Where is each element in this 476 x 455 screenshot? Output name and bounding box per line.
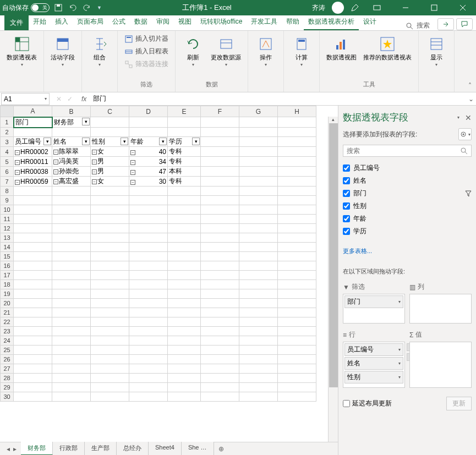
col-header-G[interactable]: G [239,106,278,117]
cell-C19[interactable] [91,289,129,299]
cell-H8[interactable] [278,187,316,196]
cell-H4[interactable] [278,147,316,157]
row-header-22[interactable]: 22 [1,317,14,327]
row-header-12[interactable]: 12 [1,224,14,233]
cell-F1[interactable] [201,117,239,128]
cell-E4[interactable]: 专科 [168,147,201,157]
cell-E14[interactable] [168,243,201,252]
sheet-nav-prev-icon[interactable]: ◂ [7,445,10,453]
cell-E7[interactable]: 专科 [168,177,201,187]
cell-C4[interactable]: −女 [91,147,129,157]
cell-A24[interactable] [14,336,52,346]
cell-G28[interactable] [239,374,278,383]
row-header-28[interactable]: 28 [1,374,14,383]
cell-C11[interactable] [91,215,129,224]
show-button[interactable]: 显示▾ [423,33,450,69]
enter-icon[interactable]: ✓ [67,95,73,103]
cell-D10[interactable] [129,205,168,215]
field-item-学历[interactable]: 学历 [343,227,472,236]
recommended-pivot-button[interactable]: 推荐的数据透视表 [361,33,414,63]
cell-B18[interactable] [52,280,91,289]
save-icon[interactable] [54,3,63,12]
row-header-21[interactable]: 21 [1,308,14,317]
row-header-4[interactable]: 4 [1,147,14,157]
cell-F16[interactable] [201,261,239,271]
cell-D23[interactable] [129,327,168,336]
field-dropdown-icon[interactable]: ▾ [192,138,200,145]
pivot-table-button[interactable]: 数据透视表▾ [4,33,39,69]
cell-F8[interactable] [201,187,239,196]
cell-G18[interactable] [239,280,278,289]
group-button[interactable]: 组合▾ [86,33,113,69]
cell-B24[interactable] [52,336,91,346]
cell-H26[interactable] [278,355,316,364]
active-field-button[interactable]: 活动字段▾ [48,33,77,69]
cell-A1[interactable]: 部门 [14,117,52,128]
col-header-F[interactable]: F [201,106,239,117]
cell-B19[interactable] [52,289,91,299]
cell-B12[interactable] [52,224,91,233]
cell-E22[interactable] [168,317,201,327]
cell-D15[interactable] [129,252,168,261]
col-header-A[interactable]: A [14,106,52,117]
cell-D21[interactable] [129,308,168,317]
cell-C18[interactable] [91,280,129,289]
cell-F21[interactable] [201,308,239,317]
calc-button[interactable]: 计算▾ [288,33,315,69]
fx-icon[interactable]: fx [78,95,90,103]
cell-H16[interactable] [278,261,316,271]
cell-D29[interactable] [129,383,168,392]
field-dropdown-icon[interactable]: ▾ [159,138,167,145]
cell-E30[interactable] [168,392,201,402]
cell-B2[interactable] [52,128,91,137]
cell-H15[interactable] [278,252,316,261]
avatar[interactable] [332,2,344,14]
cell-B6[interactable]: −孙崇尧 [52,167,91,177]
area-filter-body[interactable]: 部门▾ [343,294,405,324]
cell-B25[interactable] [52,346,91,355]
cell-G5[interactable] [239,157,278,167]
cell-H6[interactable] [278,167,316,177]
cell-D30[interactable] [129,392,168,402]
cell-A7[interactable]: −HR00059 [14,177,52,187]
cell-F9[interactable] [201,196,239,205]
tab-file[interactable]: 文件 [4,15,29,30]
cell-E13[interactable] [168,233,201,243]
cell-G26[interactable] [239,355,278,364]
cell-G3[interactable] [239,137,278,147]
row-header-23[interactable]: 23 [1,327,14,336]
cell-D2[interactable] [129,128,168,137]
cell-C7[interactable]: −女 [91,177,129,187]
cell-F2[interactable] [201,128,239,137]
cell-F6[interactable] [201,167,239,177]
cell-B5[interactable]: −冯美英 [52,157,91,167]
cell-A19[interactable] [14,289,52,299]
cell-D3[interactable]: 年龄▾ [129,137,168,147]
row-header-29[interactable]: 29 [1,383,14,392]
tab-数据[interactable]: 数据 [130,14,152,30]
cell-C6[interactable]: −男 [91,167,129,177]
row-header-18[interactable]: 18 [1,280,14,289]
cell-F11[interactable] [201,215,239,224]
tab-审阅[interactable]: 审阅 [152,14,174,30]
cell-A14[interactable] [14,243,52,252]
cell-B22[interactable] [52,317,91,327]
field-search-input[interactable] [347,147,460,155]
cell-H21[interactable] [278,308,316,317]
cell-B8[interactable] [52,187,91,196]
row-header-26[interactable]: 26 [1,355,14,364]
cell-C16[interactable] [91,261,129,271]
cell-G20[interactable] [239,299,278,308]
cancel-icon[interactable]: ✕ [56,95,62,103]
tab-开发工具[interactable]: 开发工具 [247,14,282,30]
cell-F19[interactable] [201,289,239,299]
tab-插入[interactable]: 插入 [51,14,73,30]
cell-C20[interactable] [91,299,129,308]
cell-D25[interactable] [129,346,168,355]
cell-C10[interactable] [91,205,129,215]
cell-E1[interactable] [168,117,201,128]
cell-A18[interactable] [14,280,52,289]
row-header-11[interactable]: 11 [1,215,14,224]
redo-icon[interactable] [83,3,91,12]
cell-E20[interactable] [168,299,201,308]
